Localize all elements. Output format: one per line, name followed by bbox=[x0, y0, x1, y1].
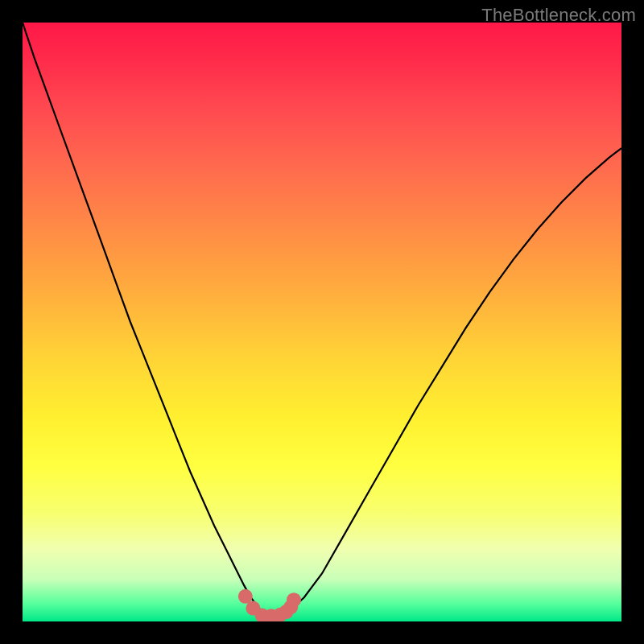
optimal-zone-markers bbox=[238, 589, 301, 621]
watermark-text: TheBottleneck.com bbox=[481, 5, 636, 26]
chart-container: TheBottleneck.com bbox=[0, 0, 644, 644]
marker-dot bbox=[287, 592, 301, 607]
marker-dot bbox=[238, 589, 253, 604]
plot-area bbox=[23, 23, 621, 621]
chart-svg-layer bbox=[23, 23, 621, 621]
bottleneck-curve bbox=[23, 23, 621, 617]
